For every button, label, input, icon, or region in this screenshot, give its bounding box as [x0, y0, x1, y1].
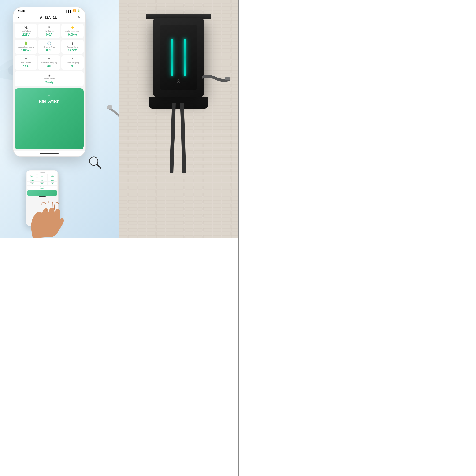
- out-current-label: Out Current: [44, 30, 54, 32]
- metrics-row-3: ≡ Set Current 16A ≡ Schedule charging 0H…: [13, 55, 85, 70]
- plug-icon: 🔌: [24, 26, 28, 29]
- phone-screen: 11:03 ▌▌▌ 📶 🔋 ‹ A_32A_1L ✎ 🔌 Input Volta…: [13, 7, 85, 156]
- set-current-icon: ≡: [25, 57, 27, 61]
- sp-grid-row3: Set Current 32A Sched charg 0h Timed cha…: [27, 182, 57, 185]
- schedule-charging-card[interactable]: ≡ Schedule charging 0H: [38, 55, 60, 70]
- device-status-label: device status: [44, 78, 55, 80]
- sp-card-sched: Sched charg 0h: [37, 182, 47, 185]
- lightning-icon: ⚡: [70, 26, 74, 29]
- sp-grid-row2: accum power 0.0kwh Charing Time 0.0h Tem…: [27, 178, 57, 181]
- hand-phone-container: my device Input Voltage 228V Out Current…: [19, 170, 70, 238]
- sp-power-value: 0.0kw: [51, 176, 54, 177]
- ev-charger: [146, 14, 211, 109]
- device-status-value: Ready: [45, 80, 54, 84]
- wifi-icon: 📶: [73, 9, 76, 12]
- charging-time-card: 🕐 Charing Time 0.0h: [38, 40, 60, 54]
- sp-card-current: Out Current 0.0A: [37, 174, 47, 178]
- out-current-value: 0.0A: [46, 33, 52, 36]
- layers-icon: ◈: [48, 74, 51, 77]
- magnifier-icon: [88, 156, 102, 169]
- sp-sched-value: 0h: [41, 183, 43, 184]
- input-voltage-value: 228V: [22, 33, 29, 36]
- sp-voltage-value: 228V: [31, 176, 33, 177]
- sp-setc-value: 32A: [31, 183, 33, 184]
- sp-status-card: device status Ready: [27, 186, 57, 189]
- sp-time-value: 0.0h: [41, 179, 43, 181]
- charging-time-value: 0.0h: [46, 49, 52, 52]
- sp-card-temp: Temperature 12.6°C: [48, 178, 57, 181]
- input-voltage-label: Input Voltage: [20, 30, 31, 32]
- sp-card-accum: accum power 0.0kwh: [27, 178, 37, 181]
- rfid-label: Rfid Switch: [39, 99, 59, 103]
- temperature-value: 32.5°C: [68, 49, 77, 52]
- led-bar-right: [184, 39, 186, 76]
- back-button[interactable]: ‹: [18, 15, 19, 20]
- logo-dot: [178, 81, 179, 82]
- timed-charging-value: 0H: [70, 64, 74, 68]
- sp-card-voltage: Input Voltage 228V: [27, 174, 37, 178]
- sp-card-power: equip power 0.0kw: [48, 174, 57, 178]
- input-voltage-card: 🔌 Input Voltage 228V: [15, 24, 37, 38]
- metrics-row-2: 🔋 accumulated power 0.0Kwh 🕐 Charing Tim…: [13, 39, 85, 55]
- rfid-switch-button[interactable]: ≡ Rfid Switch: [15, 88, 84, 150]
- svg-line-5: [97, 164, 101, 168]
- temperature-label: Temperature: [67, 46, 78, 48]
- nav-bar: ‹ A_32A_1L ✎: [13, 13, 85, 22]
- status-icons: ▌▌▌ 📶 🔋: [67, 9, 80, 12]
- equipment-power-value: 0.0Kw: [68, 33, 77, 36]
- charger-screen: [160, 25, 197, 90]
- phone-large: 11:03 ▌▌▌ 📶 🔋 ‹ A_32A_1L ✎ 🔌 Input Volta…: [13, 7, 85, 157]
- metrics-row-1: 🔌 Input Voltage 228V ❄ Out Current 0.0A …: [13, 22, 85, 39]
- thermometer-icon: 🌡: [71, 41, 74, 45]
- led-bars: [168, 39, 189, 76]
- charger-logo-btn: [177, 79, 180, 83]
- temperature-card: 🌡 Temperature 32.5°C: [61, 40, 84, 54]
- equipment-power-card: ⚡ equipment power 0.0Kw: [61, 24, 84, 38]
- svg-rect-11: [225, 77, 230, 80]
- device-status-card: ◈ device status Ready: [15, 71, 84, 86]
- sp-status-value: Ready: [40, 187, 44, 189]
- sp-header: my device: [27, 171, 57, 174]
- sp-temp-value: 12.6°C: [51, 179, 54, 181]
- sp-card-time: Charing Time 0.0h: [37, 178, 47, 181]
- timed-charging-card[interactable]: ≡ Timed charging 0H: [61, 55, 84, 70]
- edit-button[interactable]: ✎: [77, 15, 80, 19]
- charging-cable: [107, 98, 119, 126]
- status-bar: 11:03 ▌▌▌ 📶 🔋: [13, 7, 85, 13]
- battery-icon: 🔋: [77, 9, 80, 12]
- set-current-card[interactable]: ≡ Set Current 16A: [15, 55, 37, 70]
- charger-body: [153, 17, 204, 97]
- led-bar-left: [171, 39, 173, 76]
- charging-time-label: Charing Time: [44, 46, 55, 48]
- fan-icon: ❄: [48, 26, 51, 29]
- sp-current-value: 0.0A: [41, 176, 44, 177]
- battery-icon2: 🔋: [24, 41, 28, 45]
- sp-accum-value: 0.0kwh: [30, 179, 34, 181]
- time-display: 11:03: [18, 10, 25, 12]
- schedule-charging-label: Schedule charging: [41, 62, 57, 64]
- charger-cables-bottom: [167, 103, 190, 173]
- home-indicator: [13, 151, 85, 156]
- sp-card-setc: Set Current 32A: [27, 182, 37, 185]
- sp-grid-row1: Input Voltage 228V Out Current 0.0A equi…: [27, 174, 57, 178]
- rfid-icon: ≡: [48, 93, 51, 98]
- accumulated-power-value: 0.0Kwh: [21, 49, 31, 52]
- equipment-power-label: equipment power: [65, 30, 80, 32]
- clock-icon: 🕐: [47, 41, 51, 45]
- left-panel: 11:03 ▌▌▌ 📶 🔋 ‹ A_32A_1L ✎ 🔌 Input Volta…: [0, 0, 119, 238]
- out-current-card: ❄ Out Current 0.0A: [38, 24, 60, 38]
- accumulated-power-card: 🔋 accumulated power 0.0Kwh: [15, 40, 37, 54]
- signal-icon: ▌▌▌: [67, 10, 72, 12]
- page-title: A_32A_1L: [40, 15, 57, 19]
- schedule-icon: ≡: [48, 57, 50, 61]
- hand-holding-phone: [19, 191, 70, 238]
- set-current-value: 16A: [23, 64, 29, 68]
- timed-charging-label: Timed charging: [66, 62, 79, 64]
- timed-icon: ≡: [71, 57, 73, 61]
- home-bar: [40, 153, 59, 154]
- set-current-label: Set Current: [21, 62, 31, 64]
- svg-rect-3: [107, 105, 112, 109]
- sp-timed-value: 0h: [52, 183, 53, 184]
- sp-card-timed: Timed charg 0h: [48, 182, 57, 185]
- schedule-charging-value: 0H: [47, 64, 51, 68]
